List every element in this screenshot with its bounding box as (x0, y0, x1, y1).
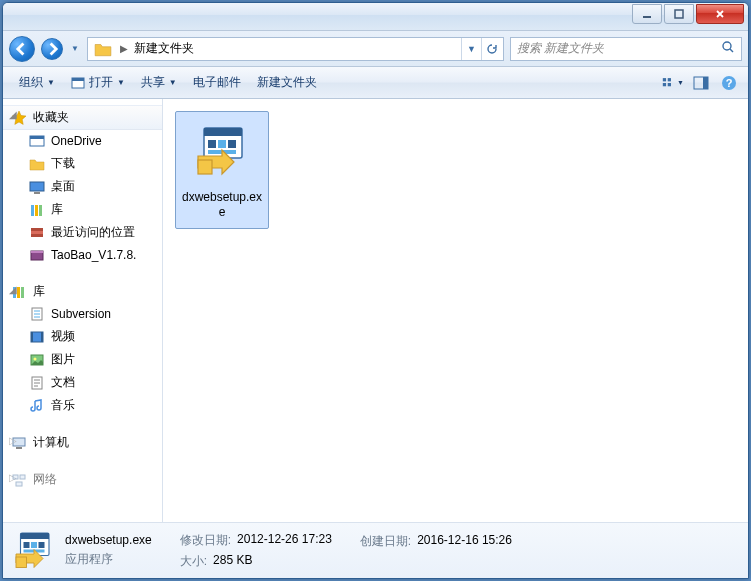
view-options-button[interactable]: ▼ (662, 72, 684, 94)
folder-icon (94, 40, 112, 58)
svg-rect-39 (208, 140, 216, 148)
nav-back-button[interactable] (9, 36, 35, 62)
svg-rect-0 (643, 16, 651, 18)
svg-rect-24 (21, 287, 24, 298)
pictures-icon (29, 352, 45, 368)
svg-rect-27 (31, 332, 33, 342)
svg-rect-19 (39, 205, 42, 216)
svg-rect-15 (30, 182, 44, 191)
svg-rect-14 (30, 136, 44, 139)
file-list[interactable]: dxwebsetup.exe (163, 99, 748, 522)
sidebar-network-header[interactable]: 网络 (3, 468, 162, 491)
svg-rect-4 (72, 78, 84, 81)
details-size-label: 大小: (180, 553, 207, 570)
share-menu[interactable]: 共享▼ (133, 67, 185, 98)
svg-rect-46 (24, 542, 30, 548)
music-icon (29, 398, 45, 414)
installer-icon (194, 124, 250, 180)
svg-rect-33 (16, 447, 22, 449)
navigation-pane: ◢ 收藏夹 OneDrive 下载 桌面 库 最近访问的位置 TaoBao_V1… (3, 99, 163, 522)
svg-rect-18 (35, 205, 38, 216)
documents-icon (29, 375, 45, 391)
video-icon (29, 329, 45, 345)
sidebar-item-recent[interactable]: 最近访问的位置 (3, 221, 162, 244)
close-button[interactable] (696, 4, 744, 24)
svg-rect-45 (21, 533, 50, 539)
nav-history-dropdown[interactable]: ▼ (69, 43, 81, 55)
nav-forward-button[interactable] (41, 38, 63, 60)
details-filename: dxwebsetup.exe (65, 533, 152, 547)
sidebar-item-pictures[interactable]: 图片 (3, 348, 162, 371)
file-item-selected[interactable]: dxwebsetup.exe (175, 111, 269, 229)
sidebar-item-desktop[interactable]: 桌面 (3, 175, 162, 198)
svg-rect-43 (198, 160, 212, 174)
library-icon (29, 202, 45, 218)
organize-menu[interactable]: 组织▼ (11, 67, 63, 98)
recent-icon (29, 225, 45, 241)
help-button[interactable]: ? (718, 72, 740, 94)
sidebar-item-taobao[interactable]: TaoBao_V1.7.8. (3, 244, 162, 266)
sidebar-item-music[interactable]: 音乐 (3, 394, 162, 417)
details-modified-value: 2012-12-26 17:23 (237, 532, 332, 549)
explorer-window: ▼ ▶ 新建文件夹 ▼ 搜索 新建文件夹 组织▼ 打开▼ 共享▼ 电子邮件 新建… (2, 2, 749, 579)
breadcrumb-bar[interactable]: ▶ 新建文件夹 ▼ (87, 37, 504, 61)
open-menu[interactable]: 打开▼ (63, 67, 133, 98)
maximize-button[interactable] (664, 4, 694, 24)
svg-rect-8 (668, 83, 671, 86)
titlebar (3, 3, 748, 31)
sidebar-favorites-header[interactable]: 收藏夹 (3, 105, 162, 130)
desktop-icon (29, 179, 45, 195)
new-folder-button[interactable]: 新建文件夹 (249, 67, 325, 98)
body: ◢ 收藏夹 OneDrive 下载 桌面 库 最近访问的位置 TaoBao_V1… (3, 99, 748, 522)
sidebar-item-onedrive[interactable]: OneDrive (3, 130, 162, 152)
sidebar-item-videos[interactable]: 视频 (3, 325, 162, 348)
folder-icon (29, 156, 45, 172)
svg-rect-38 (204, 128, 242, 136)
svg-rect-16 (34, 192, 40, 194)
svg-rect-47 (31, 542, 37, 548)
svg-point-30 (34, 357, 37, 360)
svg-rect-50 (16, 557, 27, 568)
svg-rect-41 (228, 140, 236, 148)
details-created-label: 创建日期: (360, 533, 411, 550)
svg-rect-28 (41, 332, 43, 342)
svg-rect-34 (13, 475, 18, 479)
breadcrumb-item[interactable]: 新建文件夹 (132, 40, 196, 57)
svg-rect-7 (663, 83, 666, 86)
email-button[interactable]: 电子邮件 (185, 67, 249, 98)
breadcrumb-dropdown[interactable]: ▼ (461, 38, 481, 60)
sidebar-computer-header[interactable]: 计算机 (3, 431, 162, 454)
svg-point-2 (723, 42, 731, 50)
toolbar: 组织▼ 打开▼ 共享▼ 电子邮件 新建文件夹 ▼ ? (3, 67, 748, 99)
svg-rect-17 (31, 205, 34, 216)
svg-rect-6 (668, 78, 671, 81)
svg-rect-40 (218, 140, 226, 148)
minimize-button[interactable] (632, 4, 662, 24)
search-placeholder: 搜索 新建文件夹 (517, 40, 604, 57)
refresh-button[interactable] (481, 38, 501, 60)
sidebar-libraries-header[interactable]: 库 (3, 280, 162, 303)
network-icon (11, 472, 27, 488)
svg-rect-1 (675, 10, 683, 18)
details-pane: dxwebsetup.exe 应用程序 修改日期:2012-12-26 17:2… (3, 522, 748, 578)
svg-rect-36 (16, 482, 22, 486)
installer-icon (13, 530, 55, 572)
details-modified-label: 修改日期: (180, 532, 231, 549)
details-size-value: 285 KB (213, 553, 252, 570)
search-input[interactable]: 搜索 新建文件夹 (510, 37, 742, 61)
onedrive-icon (29, 133, 45, 149)
search-icon (721, 40, 735, 57)
sidebar-item-downloads[interactable]: 下载 (3, 152, 162, 175)
sidebar-item-subversion[interactable]: Subversion (3, 303, 162, 325)
chevron-right-icon: ▶ (116, 43, 132, 54)
window-controls (632, 4, 744, 24)
svg-rect-10 (703, 77, 708, 89)
sidebar-item-documents[interactable]: 文档 (3, 371, 162, 394)
details-filetype: 应用程序 (65, 551, 152, 568)
archive-icon (29, 247, 45, 263)
sidebar-item-libraries-fav[interactable]: 库 (3, 198, 162, 221)
svg-rect-48 (39, 542, 45, 548)
svg-rect-5 (663, 78, 666, 81)
svg-rect-21 (31, 251, 43, 253)
preview-pane-button[interactable] (690, 72, 712, 94)
